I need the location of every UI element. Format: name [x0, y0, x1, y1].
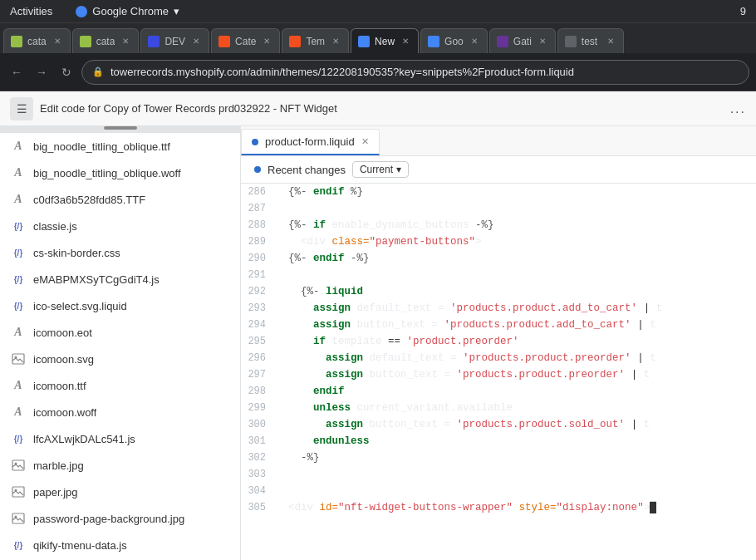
tab-close-cat1[interactable]: ✕ — [52, 36, 63, 47]
chevron-down-icon: ▾ — [396, 164, 401, 175]
browser-tab-new[interactable]: New✕ — [351, 28, 419, 53]
file-item[interactable]: {/}lfcAXLwjkDALc541.js — [0, 425, 240, 452]
line-number: 296 — [241, 350, 276, 366]
back-button[interactable]: ← — [7, 62, 27, 82]
file-item[interactable]: Aicomoon.woff — [0, 399, 240, 425]
tab-close-new[interactable]: ✕ — [400, 36, 411, 47]
line-content[interactable]: assign default_text = 'products.product.… — [276, 300, 756, 317]
line-content[interactable] — [276, 466, 756, 483]
dropdown-arrow: ▾ — [174, 5, 179, 17]
file-type-icon: A — [10, 165, 27, 181]
address-bar[interactable]: 🔒 towerrecords.myshopify.com/admin/theme… — [81, 60, 749, 85]
file-item[interactable]: {/}eMABPMXSyTCgGdiT4.js — [0, 266, 240, 292]
line-content[interactable]: endif — [276, 383, 756, 400]
line-content[interactable]: endunless — [276, 433, 756, 449]
file-item[interactable]: paper.jpg — [0, 479, 240, 505]
line-content[interactable]: if template == 'product.preorder' — [276, 333, 756, 350]
line-number: 299 — [241, 400, 276, 416]
tab-favicon-tem — [289, 36, 301, 47]
file-item[interactable]: {/}ico-select.svg.liquid — [0, 292, 240, 319]
line-content[interactable]: {%- liquid — [276, 283, 756, 300]
tab-label-new: New — [375, 36, 395, 47]
browser-tab-cat2[interactable]: cata✕ — [72, 28, 140, 53]
file-name: classie.js — [33, 220, 77, 233]
file-name: password-page-background.jpg — [33, 513, 184, 525]
browser-tab-cate[interactable]: Cate✕ — [211, 28, 280, 53]
tab-label-cate: Cate — [235, 36, 256, 47]
tab-label-gat: Gati — [513, 36, 532, 47]
tab-label-cat1: cata — [27, 36, 47, 47]
refresh-button[interactable]: ↻ — [56, 62, 76, 82]
line-content[interactable]: assign button_text = 'products.product.p… — [276, 366, 756, 383]
recent-dot — [254, 166, 261, 173]
forward-button[interactable]: → — [32, 62, 52, 82]
file-item[interactable]: icomoon.svg — [0, 346, 240, 372]
code-line: 294 assign button_text = 'products.produ… — [241, 317, 756, 333]
line-number: 292 — [241, 283, 276, 300]
code-file-tab[interactable]: product-form.liquid ✕ — [241, 129, 380, 155]
file-type-icon — [10, 484, 27, 500]
browser-tab-test[interactable]: test✕ — [557, 28, 624, 53]
line-content[interactable]: <div class="payment-buttons"> — [276, 233, 756, 250]
close-tab-button[interactable]: ✕ — [361, 136, 369, 147]
line-content[interactable]: {%- endif %} — [276, 184, 756, 200]
line-content[interactable]: unless current_variant.available — [276, 400, 756, 416]
tab-favicon-test — [565, 36, 577, 47]
browser-tab-tem[interactable]: Tem✕ — [282, 28, 349, 53]
line-content[interactable]: {%- if enable_dynamic_buttons -%} — [276, 217, 756, 233]
line-content[interactable]: -%} — [276, 449, 756, 466]
code-editor[interactable]: 286 {%- endif %}287 288 {%- if enable_dy… — [241, 184, 756, 560]
tab-favicon-cat2 — [80, 36, 91, 47]
line-content[interactable] — [276, 483, 756, 499]
lock-icon: 🔒 — [92, 66, 104, 77]
file-type-icon: {/} — [10, 218, 27, 234]
tab-close-tem[interactable]: ✕ — [330, 36, 341, 47]
tab-favicon-dev — [148, 36, 160, 47]
file-item[interactable]: {/}qikify-tmenu-data.js — [0, 532, 240, 558]
line-content[interactable]: <div id="nft-widget-buttons-wrapper" sty… — [276, 499, 756, 516]
editor-container: ☰ Edit code for Copy of Tower Records pr… — [0, 91, 756, 560]
file-item[interactable]: Abig_noodle_titling_oblique.woff — [0, 160, 240, 186]
line-number: 289 — [241, 233, 276, 250]
app-name: Google Chrome — [92, 5, 169, 17]
line-number: 297 — [241, 366, 276, 383]
line-content[interactable]: assign default_text = 'products.product.… — [276, 350, 756, 366]
more-options-button[interactable]: ... — [730, 101, 746, 116]
code-line: 287 — [241, 200, 756, 217]
tab-close-goo[interactable]: ✕ — [469, 36, 480, 47]
code-line: 302 -%} — [241, 449, 756, 466]
line-content[interactable] — [276, 267, 756, 283]
file-name: qikify-tmenu-data.js — [33, 539, 127, 552]
tab-close-gat[interactable]: ✕ — [537, 36, 548, 47]
file-item[interactable]: Aicomoon.eot — [0, 319, 240, 346]
tab-close-test[interactable]: ✕ — [605, 36, 616, 47]
file-item[interactable]: marble.jpg — [0, 452, 240, 479]
tab-close-cate[interactable]: ✕ — [261, 36, 272, 47]
browser-tab-gat[interactable]: Gati✕ — [489, 28, 556, 53]
file-item[interactable]: Aicomoon.ttf — [0, 372, 240, 399]
file-item[interactable]: {/}classie.js — [0, 213, 240, 239]
tab-favicon-new — [358, 36, 370, 47]
browser-tab-dev[interactable]: DEV✕ — [140, 28, 209, 53]
file-type-icon: {/} — [10, 244, 27, 261]
file-item[interactable]: {/}cs-skin-border.css — [0, 239, 240, 266]
sidebar-toggle-button[interactable]: ☰ — [10, 97, 33, 120]
file-item[interactable]: Ac0df3a6b528fdd85.TTF — [0, 186, 240, 213]
file-item[interactable]: password-page-background.jpg — [0, 505, 240, 532]
tab-close-cat2[interactable]: ✕ — [120, 36, 131, 47]
browser-tab-cat1[interactable]: cata✕ — [3, 28, 71, 53]
line-content[interactable]: assign button_text = 'products.product.a… — [276, 317, 756, 333]
line-content[interactable] — [276, 200, 756, 217]
file-name: icomoon.woff — [33, 406, 96, 419]
breadcrumb-row: ☰ Edit code for Copy of Tower Records pr… — [0, 91, 756, 126]
current-dropdown-button[interactable]: Current ▾ — [352, 161, 409, 178]
line-number: 301 — [241, 433, 276, 449]
browser-tab-goo[interactable]: Goo✕ — [420, 28, 488, 53]
code-line: 289 <div class="payment-buttons"> — [241, 233, 756, 250]
line-content[interactable]: assign button_text = 'products.product.s… — [276, 416, 756, 433]
code-line: 305 <div id="nft-widget-buttons-wrapper"… — [241, 499, 756, 516]
activities-label[interactable]: Activities — [10, 5, 52, 17]
file-item[interactable]: Abig_noodle_titling_oblique.ttf — [0, 133, 240, 160]
line-content[interactable]: {%- endif -%} — [276, 250, 756, 267]
tab-close-dev[interactable]: ✕ — [190, 36, 202, 47]
